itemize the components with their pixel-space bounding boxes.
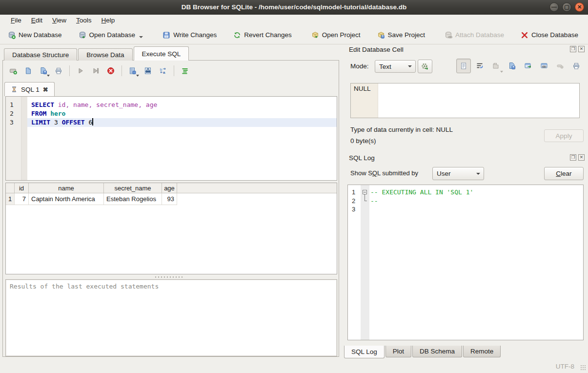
column-header-age[interactable]: age [162,183,177,193]
attach-database-icon [445,31,452,39]
table-cell[interactable]: 1 [6,193,15,205]
right-panel: Edit Database Cell ❐ ✕ Mode: Text NULL T… [343,45,588,358]
maximize-icon[interactable]: ▢ [562,2,571,12]
cell-edit-area[interactable] [378,83,579,118]
text-cursor [92,118,93,125]
fold-margin [21,97,27,180]
new-database-button[interactable]: New Database [3,29,67,41]
code-token: LIMIT [31,119,54,126]
dock-tab-remote[interactable]: Remote [463,346,501,357]
code-line[interactable]: FROM hero [27,109,337,118]
corner-header-cell[interactable] [6,183,15,193]
sql-doc-tab[interactable]: SQL 1 ✖ [4,82,55,96]
close-panel-icon[interactable]: ✕ [578,46,585,52]
toolbar-separator [69,65,70,76]
mode-select[interactable]: Text [375,60,416,73]
open-external-icon[interactable] [521,59,535,73]
close-database-button[interactable]: Close Database [516,29,583,41]
close-panel-icon[interactable]: ✕ [578,154,585,161]
float-panel-icon[interactable]: ❐ [570,154,576,161]
print-icon[interactable] [52,64,65,77]
replace-icon[interactable]: ba [157,64,169,77]
dropdown-caret-icon[interactable] [47,75,50,77]
dock-tab-sql-log[interactable]: SQL Log [344,346,385,358]
log-filter-select[interactable]: User [432,167,484,180]
export-data-icon[interactable] [505,59,519,73]
execute-all-icon[interactable] [74,64,87,77]
cell-value-editor[interactable]: NULL [350,83,580,118]
dropdown-caret-icon[interactable] [136,75,139,77]
open-project-button[interactable]: Open Project [306,29,365,41]
database-open-icon [79,31,86,39]
menu-view[interactable]: View [47,16,71,25]
resize-grip[interactable] [580,365,586,371]
tab-browse-data[interactable]: Browse Data [78,48,132,61]
code-token: 3 [54,119,62,126]
table-row[interactable]: 17Captain North AmericaEsteban Rogelios9… [6,193,337,205]
tab-database-structure[interactable]: Database Structure [4,48,77,61]
dock-tab-plot[interactable]: Plot [385,346,411,357]
write-changes-button[interactable]: Write Changes [158,29,222,41]
sql-code-lines[interactable]: SELECT id, name, secret_name, ageFROM he… [27,97,337,180]
code-token: SELECT [31,101,58,108]
table-cell[interactable]: 7 [15,193,29,205]
code-line[interactable]: LIMIT 3 OFFSET 6 [27,118,337,127]
cell-null-label: NULL [351,83,378,118]
float-panel-icon[interactable]: ❐ [570,46,576,52]
log-line-number: 1 [348,188,361,197]
menu-file[interactable]: File [6,16,26,25]
svg-text:b: b [160,67,162,72]
word-wrap-icon[interactable] [472,59,487,73]
close-tab-icon[interactable]: ✖ [43,86,48,93]
close-icon[interactable]: ✕ [575,2,584,12]
fold-collapse-icon[interactable] [363,190,367,194]
encoding-label: UTF-8 [556,363,574,370]
open-sql-tab-icon[interactable] [7,64,20,77]
dropdown-caret-icon[interactable] [139,36,143,38]
results-grid-header: id name secret_name age [6,183,337,193]
menu-tools[interactable]: Tools [71,16,97,25]
log-line: -- EXECUTING ALL IN 'SQL 1' [369,188,583,197]
format-sql-icon[interactable] [179,64,191,77]
print-icon[interactable] [569,59,584,73]
chevron-down-icon [476,173,480,175]
splitter-handle[interactable] [154,276,183,278]
link-icon[interactable] [537,59,551,73]
open-database-button[interactable]: Open Database [74,29,148,41]
results-message[interactable]: Results of the last executed statements [5,279,337,356]
revert-changes-button[interactable]: Revert Changes [228,29,297,41]
minimize-icon[interactable]: — [549,2,559,12]
table-cell[interactable]: Captain North America [29,193,104,205]
results-grid: id name secret_name age 17Captain North … [5,183,337,274]
code-line[interactable]: SELECT id, name, secret_name, age [27,101,337,109]
apply-format-button[interactable] [418,60,432,73]
column-header-name[interactable]: name [29,183,104,193]
column-header-secret-name[interactable]: secret_name [104,183,162,193]
save-project-button[interactable]: Save Project [372,29,430,41]
stop-icon[interactable] [104,64,117,77]
dropdown-caret-icon [500,71,503,73]
tab-execute-sql[interactable]: Execute SQL [134,46,189,61]
table-cell[interactable]: Esteban Rogelios [104,193,162,205]
column-header-id[interactable]: id [15,183,29,193]
dock-tab-db-schema[interactable]: DB Schema [412,346,462,357]
execute-line-icon[interactable] [89,64,102,77]
mode-label: Mode: [350,62,369,70]
table-cell[interactable]: 93 [162,193,177,205]
menu-help[interactable]: Help [97,16,120,25]
menu-edit[interactable]: Edit [26,16,47,25]
find-icon[interactable] [142,64,154,77]
clear-log-button[interactable]: Clear [544,167,584,180]
dock-tab-bar: SQL Log Plot DB Schema Remote [344,346,502,358]
text-view-icon[interactable] [456,59,471,73]
sql-log-view[interactable]: 123 -- EXECUTING ALL IN 'SQL 1'-- [347,185,584,340]
save-sql-file-icon[interactable] [37,64,50,77]
chevron-down-icon [408,65,412,67]
line-number: 1 [6,101,21,109]
sql-log-filter-label: Show SQL submitted by [350,169,418,177]
gear-arrow-icon [421,62,429,70]
export-results-icon[interactable] [126,64,139,77]
sql-doc-tabbar: SQL 1 ✖ [4,82,55,96]
open-sql-file-icon[interactable] [22,64,35,77]
sql-code-editor[interactable]: 123 SELECT id, name, secret_name, ageFRO… [5,96,337,181]
